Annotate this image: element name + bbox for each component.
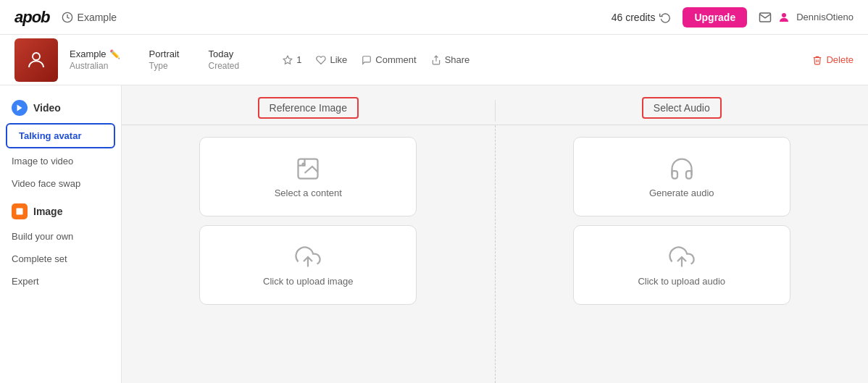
select-audio-panel: Generate audio Click to upload audio xyxy=(496,125,869,383)
refresh-icon[interactable] xyxy=(659,12,671,23)
type-meta: Portrait Type xyxy=(149,49,180,71)
upload-audio-card[interactable]: Click to upload audio xyxy=(573,225,790,305)
clock-icon xyxy=(62,12,73,23)
project-nav: Example xyxy=(62,12,117,23)
reference-image-tab-label: Reference Image xyxy=(258,97,359,119)
comment-button[interactable]: Comment xyxy=(362,54,416,65)
video-section-label: Video xyxy=(33,102,61,114)
svg-marker-3 xyxy=(283,56,292,64)
reference-image-panel: Select a content Click to upload image xyxy=(122,125,496,383)
image-section-icon xyxy=(12,203,28,219)
share-icon xyxy=(431,55,441,65)
select-audio-tab-label: Select Audio xyxy=(642,97,722,119)
upload-audio-label: Click to upload audio xyxy=(638,276,725,287)
video-section-header: Video xyxy=(0,94,121,122)
image-section-label: Image xyxy=(33,206,62,217)
upload-image-card[interactable]: Click to upload image xyxy=(199,225,417,305)
project-thumbnail xyxy=(14,38,58,82)
sidebar-item-video-face-swap[interactable]: Video face swap xyxy=(0,172,121,195)
select-content-card[interactable]: Select a content xyxy=(199,137,417,216)
video-section-icon xyxy=(12,100,28,116)
heart-icon xyxy=(316,55,326,65)
project-name-meta: Example ✏️ Australian xyxy=(70,49,120,71)
content-area: Reference Image Select Audio Select a co xyxy=(122,85,868,383)
upload-image-label: Click to upload image xyxy=(263,276,353,287)
top-navigation: apob Example 46 credits Upgrade DennisOt… xyxy=(0,0,868,35)
edit-icon[interactable]: ✏️ xyxy=(109,49,120,59)
credits-area: 46 credits xyxy=(612,12,672,23)
created-meta: Today Created xyxy=(208,49,239,71)
image-section-header: Image xyxy=(0,198,121,225)
user-avatar-icon xyxy=(777,11,790,24)
share-button[interactable]: Share xyxy=(431,54,470,65)
upload-audio-icon xyxy=(669,244,695,270)
sidebar: Video Talking avatar Image to video Vide… xyxy=(0,85,122,383)
select-content-label: Select a content xyxy=(275,188,342,198)
generate-audio-icon xyxy=(669,156,695,182)
upgrade-button[interactable]: Upgrade xyxy=(683,7,747,28)
action-buttons: 1 Like Comment Share xyxy=(283,54,470,65)
sidebar-item-expert[interactable]: Expert xyxy=(0,270,121,292)
svg-point-1 xyxy=(782,13,786,17)
comment-icon xyxy=(362,55,372,65)
diamond-icon xyxy=(283,55,293,65)
svg-point-9 xyxy=(303,163,305,165)
upload-image-icon xyxy=(295,244,321,270)
main-layout: Video Talking avatar Image to video Vide… xyxy=(0,85,868,383)
upload-content-icon xyxy=(295,156,321,182)
select-audio-tab[interactable]: Select Audio xyxy=(496,97,869,125)
reference-image-tab[interactable]: Reference Image xyxy=(122,97,495,125)
svg-point-2 xyxy=(33,53,40,60)
generate-audio-card[interactable]: Generate audio xyxy=(573,137,790,216)
generate-audio-label: Generate audio xyxy=(649,188,714,198)
logo: apob xyxy=(14,8,50,27)
sidebar-item-build-your-own[interactable]: Build your own xyxy=(0,225,121,248)
svg-marker-5 xyxy=(17,105,22,111)
credits-text: 46 credits xyxy=(612,12,656,23)
mail-area: DennisOtieno xyxy=(759,11,854,24)
sidebar-item-complete-set[interactable]: Complete set xyxy=(0,248,121,270)
like-button[interactable]: 1 xyxy=(283,54,301,65)
trash-icon xyxy=(812,55,822,65)
sidebar-item-talking-avatar[interactable]: Talking avatar xyxy=(6,123,115,148)
like-text-button[interactable]: Like xyxy=(316,54,347,65)
mail-icon xyxy=(759,11,772,24)
example-label: Example xyxy=(78,12,117,23)
sidebar-item-image-to-video[interactable]: Image to video xyxy=(0,150,121,172)
cards-row: Select a content Click to upload image xyxy=(122,125,868,383)
meta-items: Example ✏️ Australian Portrait Type Toda… xyxy=(70,35,812,85)
subheader: Example ✏️ Australian Portrait Type Toda… xyxy=(0,35,868,85)
delete-button[interactable]: Delete xyxy=(812,35,854,85)
tabs-row: Reference Image Select Audio xyxy=(122,85,868,125)
svg-point-7 xyxy=(18,210,20,211)
username-text: DennisOtieno xyxy=(796,12,854,22)
